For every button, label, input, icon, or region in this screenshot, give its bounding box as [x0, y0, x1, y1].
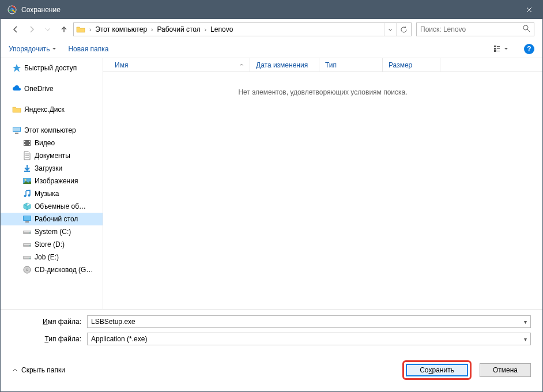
filename-label: Имя файла: — [12, 318, 87, 326]
svg-rect-6 — [497, 46, 500, 47]
close-button[interactable] — [516, 1, 542, 19]
hide-folders-toggle[interactable]: Скрыть папки — [12, 366, 65, 374]
search-input[interactable] — [420, 25, 523, 33]
column-size[interactable]: Размер — [383, 58, 440, 71]
organize-menu[interactable]: Упорядочить — [9, 45, 56, 53]
svg-rect-23 — [25, 221, 29, 223]
sidebar-item-downloads[interactable]: Загрузки — [1, 162, 103, 175]
svg-rect-16 — [29, 144, 30, 145]
search-icon — [523, 25, 530, 34]
chevron-up-icon — [12, 368, 18, 372]
breadcrumb-item[interactable]: Рабочий стол — [154, 23, 202, 36]
filename-area: Имя файла: LSBSetup.exe▾ Тип файла: Appl… — [1, 309, 542, 352]
column-date[interactable]: Дата изменения — [250, 58, 319, 71]
sidebar-item-music[interactable]: Музыка — [1, 187, 103, 200]
svg-point-34 — [27, 269, 28, 271]
svg-rect-3 — [494, 46, 496, 47]
chrome-icon — [7, 5, 17, 14]
music-icon — [22, 189, 32, 198]
svg-rect-8 — [497, 51, 500, 51]
picture-icon — [22, 176, 32, 186]
breadcrumb-item[interactable]: Lenovo — [208, 23, 235, 36]
footer: Скрыть папки Сохранить Отмена — [1, 352, 542, 391]
svg-rect-25 — [24, 231, 31, 232]
nav-recent-dropdown[interactable] — [41, 22, 55, 36]
column-headers: Имя Дата изменения Тип Размер — [103, 58, 542, 72]
svg-point-20 — [28, 194, 31, 197]
window-title: Сохранение — [21, 6, 516, 14]
svg-rect-15 — [29, 141, 30, 142]
refresh-button[interactable] — [396, 23, 411, 36]
file-list-area: Имя Дата изменения Тип Размер Нет элемен… — [103, 58, 542, 309]
sidebar-item-documents[interactable]: Документы — [1, 149, 103, 162]
sidebar-item-3d-objects[interactable]: Объемные об… — [1, 200, 103, 213]
folder-icon — [12, 105, 21, 114]
sidebar-item-yandex-disk[interactable]: Яндекс.Диск — [1, 103, 103, 116]
sidebar-item-cd-drive[interactable]: CD-дисковод (G… — [1, 263, 103, 276]
filename-input[interactable]: LSBSetup.exe▾ — [87, 315, 531, 328]
sidebar-item-onedrive[interactable]: OneDrive — [1, 82, 103, 95]
empty-message: Нет элементов, удовлетворяющих условиям … — [103, 72, 542, 112]
drive-icon — [22, 252, 32, 262]
folder-icon — [76, 25, 85, 34]
view-options-button[interactable] — [489, 43, 512, 54]
svg-point-18 — [25, 179, 27, 181]
svg-rect-13 — [24, 141, 25, 142]
sidebar: Быстрый доступ OneDrive Яндекс.Диск Этот… — [1, 58, 103, 309]
drive-icon — [22, 240, 32, 249]
column-type[interactable]: Тип — [319, 58, 383, 71]
monitor-icon — [12, 126, 21, 135]
svg-point-19 — [24, 195, 27, 197]
svg-rect-5 — [494, 50, 496, 52]
help-button[interactable]: ? — [524, 44, 534, 54]
svg-rect-11 — [15, 133, 18, 134]
drive-icon — [22, 227, 32, 236]
cancel-button[interactable]: Отмена — [480, 363, 531, 377]
sidebar-item-quick-access[interactable]: Быстрый доступ — [1, 62, 103, 74]
navbar: › Этот компьютер › Рабочий стол › Lenovo — [1, 19, 542, 40]
cloud-icon — [12, 84, 21, 93]
sidebar-item-drive-d[interactable]: Store (D:) — [1, 238, 103, 251]
sidebar-item-pictures[interactable]: Изображения — [1, 175, 103, 187]
desktop-icon — [22, 214, 32, 224]
column-name[interactable]: Имя — [103, 58, 250, 71]
svg-rect-22 — [24, 216, 31, 220]
sidebar-item-videos[interactable]: Видео — [1, 137, 103, 149]
svg-point-2 — [523, 25, 528, 30]
sidebar-item-desktop[interactable]: Рабочий стол — [1, 213, 103, 225]
sidebar-item-drive-e[interactable]: Job (E:) — [1, 251, 103, 263]
titlebar: Сохранение — [1, 1, 542, 19]
svg-rect-10 — [13, 127, 20, 131]
chevron-right-icon: › — [88, 27, 93, 33]
svg-rect-31 — [24, 257, 31, 258]
breadcrumb[interactable]: › Этот компьютер › Рабочий стол › Lenovo — [73, 22, 412, 36]
new-folder-button[interactable]: Новая папка — [68, 45, 108, 53]
nav-up-button[interactable] — [57, 22, 71, 36]
chevron-right-icon: › — [149, 27, 154, 33]
chevron-right-icon: › — [203, 27, 208, 33]
sidebar-item-this-pc[interactable]: Этот компьютер — [1, 124, 103, 137]
breadcrumb-dropdown[interactable] — [384, 23, 396, 36]
svg-rect-28 — [24, 244, 31, 245]
chevron-down-icon[interactable]: ▾ — [524, 336, 527, 342]
save-button[interactable]: Сохранить — [406, 364, 468, 376]
svg-point-29 — [29, 245, 31, 246]
film-icon — [22, 138, 32, 148]
sidebar-item-drive-c[interactable]: System (C:) — [1, 225, 103, 238]
filetype-select[interactable]: Application (*.exe)▾ — [87, 333, 531, 345]
filetype-label: Тип файла: — [12, 335, 87, 343]
toolbar: Упорядочить Новая папка ? — [1, 40, 542, 58]
nav-back-button[interactable] — [9, 22, 22, 36]
breadcrumb-item[interactable]: Этот компьютер — [93, 23, 149, 36]
svg-rect-14 — [24, 144, 25, 145]
svg-rect-7 — [497, 48, 500, 49]
svg-point-32 — [29, 258, 31, 259]
search-box[interactable] — [416, 22, 534, 36]
chevron-down-icon[interactable]: ▾ — [524, 319, 527, 325]
document-icon — [22, 151, 32, 160]
download-icon — [22, 164, 32, 173]
disc-icon — [22, 265, 32, 274]
cube-icon — [22, 202, 32, 211]
svg-point-26 — [29, 232, 31, 233]
nav-forward-button[interactable] — [25, 22, 39, 36]
